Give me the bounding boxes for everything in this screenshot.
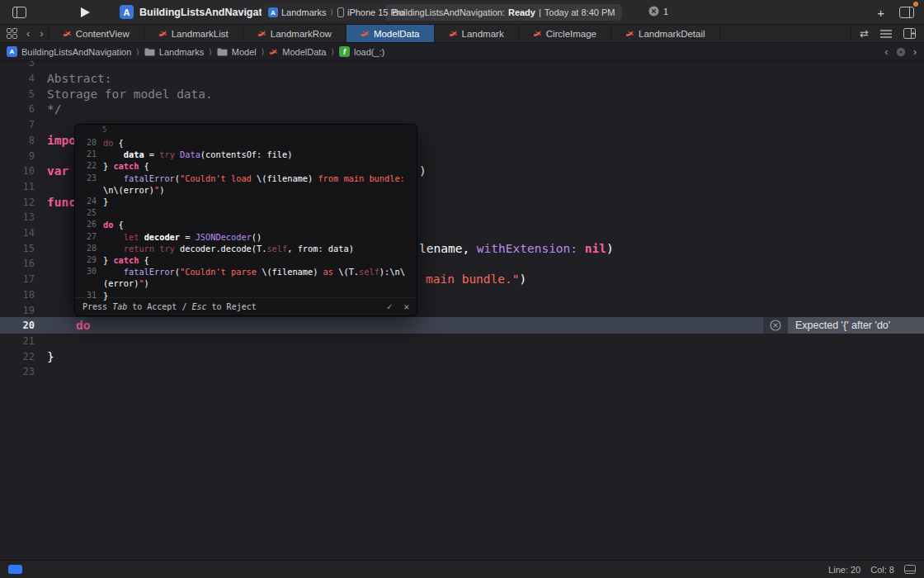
code-token: ) (419, 164, 427, 178)
jump-bar: ABuildingListsAndNavigation⟩Landmarks⟩Mo… (0, 43, 924, 61)
tab-label: Landmark (462, 29, 504, 39)
line-number[interactable]: 16 (0, 258, 35, 269)
line-number[interactable]: 23 (0, 366, 35, 377)
scheme-selector[interactable]: A Landmarks ⟩ iPhone 15 Pro (262, 4, 385, 21)
line-number[interactable]: 7 (0, 119, 35, 130)
tab-modeldata[interactable]: ModelData (346, 25, 435, 42)
code-token: func (47, 196, 76, 209)
tab-landmarklist[interactable]: LandmarkList (144, 25, 243, 42)
code-token: fatalError (124, 267, 175, 277)
next-issue-icon[interactable]: › (912, 46, 917, 57)
line-number[interactable]: 10 (0, 165, 35, 177)
code-review-icon[interactable]: ⇄ (860, 27, 869, 40)
code-segment: main bundle.") (426, 272, 526, 286)
line-number[interactable]: 12 (0, 197, 35, 208)
breadcrumb-item-5[interactable]: fload(_:) (339, 46, 384, 57)
code-token: \n\(error) (103, 185, 154, 195)
back-button[interactable]: ‹ (26, 28, 31, 39)
sidebar-toggle-icon[interactable] (8, 4, 30, 21)
previous-issue-icon[interactable]: ‹ (884, 46, 889, 57)
window-title: BuildingListsAndNavigation (139, 7, 277, 18)
line-number[interactable]: 15 (0, 243, 35, 254)
code-token: return (124, 244, 154, 253)
code-line[interactable]: */ (47, 102, 61, 116)
code-token: Data (180, 149, 200, 159)
code-token: catch (113, 255, 139, 265)
status-time: Today at 8:40 PM (544, 7, 615, 17)
line-number[interactable]: 14 (0, 227, 35, 239)
code-token: { (113, 220, 123, 230)
line-number[interactable]: 21 (0, 335, 35, 347)
issue-nav-icon[interactable] (896, 47, 906, 57)
error-annotation-icon[interactable] (763, 317, 788, 334)
editor-settings-icon[interactable] (904, 565, 916, 574)
tab-contentview[interactable]: ContentView (49, 25, 144, 42)
scheme-app-icon: A (268, 7, 278, 17)
code-token: do (76, 319, 90, 332)
tab-landmark[interactable]: Landmark (435, 25, 519, 42)
line-number[interactable]: 8 (0, 135, 35, 146)
add-editor-button[interactable]: + (877, 6, 884, 20)
code-token: (contentsOf: file) (200, 149, 293, 159)
status-blue-icon[interactable] (8, 565, 22, 574)
completion-code: } (103, 197, 108, 206)
footer-text-segment: Tab (112, 302, 127, 311)
code-token: } (103, 255, 113, 265)
line-number[interactable]: 9 (0, 150, 35, 162)
line-number[interactable]: 5 (0, 88, 35, 100)
line-number[interactable]: 19 (0, 305, 35, 316)
code-segment: ) (419, 164, 427, 178)
completion-row: 24} (75, 197, 417, 208)
line-number[interactable]: 13 (0, 211, 35, 223)
error-message[interactable]: Expected '{' after 'do' (788, 317, 924, 334)
code-token: { (139, 161, 148, 171)
tab-overview-icon[interactable] (7, 28, 17, 39)
completion-code: let decoder = JSONDecoder() (103, 232, 262, 242)
line-number[interactable]: 20 (0, 320, 35, 331)
completion-row: \n\(error)") (75, 185, 417, 197)
forward-button[interactable]: › (39, 28, 44, 39)
line-number[interactable]: 3 (0, 61, 35, 69)
folder-icon (144, 48, 155, 56)
tab-landmarkrow[interactable]: LandmarkRow (243, 25, 346, 42)
chevron-right-icon: ⟩ (329, 8, 334, 17)
code-line[interactable]: func (47, 196, 76, 209)
split-editor-icon[interactable] (903, 28, 916, 39)
completion-line-number: 27 (75, 232, 97, 241)
code-line[interactable]: Storage for model data. (47, 88, 213, 101)
tab-landmarkdetail[interactable]: LandmarkDetail (611, 25, 720, 42)
completion-row: 27 let decoder = JSONDecoder() (75, 232, 417, 244)
code-token: } (103, 197, 108, 206)
accept-completion-button[interactable]: ✓ (387, 301, 393, 312)
run-button[interactable] (75, 4, 95, 21)
code-line[interactable]: var) (47, 164, 68, 178)
line-number[interactable]: 18 (0, 289, 35, 301)
adjust-editor-icon[interactable] (880, 30, 892, 38)
code-token (103, 232, 124, 242)
completion-footer: Press Tab to Accept / Esc to Reject ✓ ✕ (75, 297, 417, 315)
tab-circleimage[interactable]: CircleImage (519, 25, 611, 42)
code-editor[interactable]: 5 20do {21 data = try Data(contentsOf: f… (0, 61, 924, 560)
line-number[interactable]: 17 (0, 273, 35, 285)
reject-completion-button[interactable]: ✕ (403, 301, 409, 312)
code-line[interactable]: Abstract: (47, 72, 112, 85)
code-token: () (252, 232, 262, 242)
tab-bar: ‹ › ContentViewLandmarkListLandmarkRowMo… (0, 25, 924, 43)
code-token: withExtension: (477, 242, 578, 255)
breadcrumb-item-2[interactable]: Landmarks (144, 47, 204, 57)
breadcrumb-item-1[interactable]: ABuildingListsAndNavigation (7, 46, 131, 57)
issue-badge[interactable]: 1 (648, 6, 668, 17)
scheme-name[interactable]: Landmarks (281, 7, 326, 17)
line-number[interactable]: 6 (0, 103, 35, 115)
completion-row: 25 (75, 208, 417, 220)
line-number[interactable]: 4 (0, 73, 35, 84)
code-line[interactable]: } (47, 350, 54, 363)
code-line[interactable]: impo (47, 134, 76, 147)
breadcrumb-item-4[interactable]: ModelData (269, 47, 326, 57)
completion-line-number: 23 (75, 173, 97, 182)
line-number[interactable]: 22 (0, 351, 35, 362)
line-number[interactable]: 11 (0, 181, 35, 192)
status-display[interactable]: BuildingListsAndNavigation: Ready | Toda… (385, 4, 622, 21)
inspector-toggle-icon[interactable] (899, 7, 914, 18)
breadcrumb-item-3[interactable]: Model (217, 47, 257, 57)
